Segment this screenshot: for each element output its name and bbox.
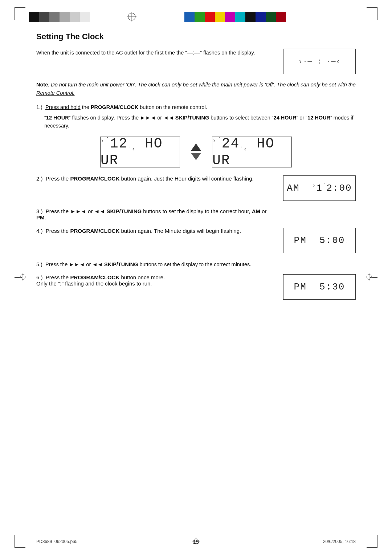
main-content: Setting The Clock When the unit is conne…: [36, 32, 356, 523]
step-6-bold: PROGRAM/CLOCK: [70, 274, 119, 280]
step-2-display: AM ›1˙2:00: [283, 175, 356, 201]
step-4: 4.) Press the PROGRAM/CLOCK button again…: [36, 228, 356, 253]
corner-mark-bl: [15, 535, 25, 548]
note-underline: The clock can only be set with the Remot…: [36, 82, 356, 96]
color-light-gray: [60, 12, 70, 22]
intro-paragraph: When the unit is connected to the AC out…: [36, 50, 255, 56]
arrow-down: [191, 153, 201, 160]
arrow-up: [191, 143, 201, 151]
color-black: [29, 12, 39, 22]
note-text: Note: Do not turn the main unit power 'O…: [36, 81, 356, 97]
step-5-bold: SKIP/TUNING: [104, 262, 138, 267]
color-dark-gray: [39, 12, 49, 22]
intro-text: When the unit is connected to the AC out…: [36, 49, 272, 57]
color-green: [195, 12, 205, 22]
step-6: 6.) Press the PROGRAM/CLOCK button once …: [36, 274, 356, 300]
step-3: 3.) Press the ►►◄ or ◄◄ SKIP/TUNING butt…: [36, 208, 356, 220]
step-4-text: 4.) Press the PROGRAM/CLOCK button again…: [36, 228, 272, 234]
step-6-text: 6.) Press the PROGRAM/CLOCK button once …: [36, 274, 272, 287]
color-dark-red: [276, 12, 286, 22]
step-1-bold: PROGRAM/CLOCK: [91, 104, 138, 110]
step-6-num: 6.): [36, 274, 44, 280]
step-1-12h: 12 HOUR: [307, 115, 330, 121]
step-2-bold: PROGRAM/CLOCK: [70, 175, 119, 182]
step-2-display-col: AM ›1˙2:00: [283, 175, 356, 201]
step-2-text: 2.) Press the PROGRAM/CLOCK button again…: [36, 175, 272, 182]
page-number: 15: [193, 539, 199, 545]
step-3-bold: SKIP/TUNING: [106, 208, 142, 214]
step-1-12hour: 12 HOUR: [46, 115, 69, 121]
footer-filename: PD3689_062005.p65: [36, 539, 77, 544]
step-1-sub: “12 HOUR” flashes on display. Press the …: [44, 114, 356, 130]
hour-diagrams: ›˙12˙‹ HO UR ›˙24˙‹ HO UR: [36, 137, 356, 167]
color-dark-green: [266, 12, 276, 22]
color-red: [205, 12, 215, 22]
arrows-between: [191, 143, 201, 160]
step-5-num: 5.): [36, 262, 44, 267]
step-2: 2.) Press the PROGRAM/CLOCK button again…: [36, 175, 356, 201]
initial-display-text: ›·— : ·—‹: [298, 57, 340, 66]
page-footer: PD3689_062005.p65 15 20/6/2005, 16:18: [36, 539, 356, 544]
step-4-display: PM 5:00˙: [283, 228, 356, 253]
step-6-display-col: PM 5:30˙: [283, 274, 356, 300]
color-mid-gray: [49, 12, 60, 22]
hour-24-text: ›˙24˙‹ HO UR: [212, 136, 291, 168]
footer-date: 20/6/2005, 16:18: [323, 539, 356, 544]
step-2-display-text: AM ›1˙2:00: [287, 183, 352, 194]
color-blue: [184, 12, 195, 22]
step-4-num: 4.): [36, 228, 44, 234]
crosshair-left: [19, 273, 27, 282]
crosshair-top: [126, 11, 137, 23]
initial-display: ›·— : ·—‹: [283, 49, 356, 74]
hour-box-24: ›˙24˙‹ HO UR: [212, 137, 292, 167]
crosshair-right: [365, 273, 373, 282]
page-title: Setting The Clock: [36, 32, 356, 41]
step-3-num: 3.): [36, 208, 44, 214]
step-1-header: 1.) Press and hold the PROGRAM/CLOCK but…: [36, 103, 356, 111]
step-6-display-text: PM 5:30˙: [294, 281, 345, 292]
color-magenta: [225, 12, 235, 22]
step-4-bold: PROGRAM/CLOCK: [70, 228, 119, 234]
step-1: 1.) Press and hold the PROGRAM/CLOCK but…: [36, 103, 356, 130]
color-lighter-gray: [70, 12, 80, 22]
step-3-am: AM: [252, 208, 260, 214]
step-6-display: PM 5:30˙: [283, 274, 356, 300]
step-3-pm: PM: [36, 214, 45, 220]
step-1-24h: 24 HOUR: [274, 115, 297, 121]
color-strip-left: [29, 12, 90, 22]
color-cyan: [235, 12, 245, 22]
color-yellow: [215, 12, 225, 22]
color-dark-blue: [256, 12, 266, 22]
step-4-display-col: PM 5:00˙: [283, 228, 356, 253]
color-white-gray: [80, 12, 90, 22]
step-1-underline: Press and hold: [45, 104, 81, 110]
top-bar: [0, 10, 392, 24]
step-4-display-text: PM 5:00˙: [294, 235, 345, 246]
color-strip-right: [184, 12, 286, 22]
step-1-skiptuning: SKIP/TUNING: [175, 115, 209, 121]
color-black2: [245, 12, 256, 22]
intro-section: When the unit is connected to the AC out…: [36, 49, 356, 74]
step-6-sub: Only the “:” flashing and the clock begi…: [36, 280, 152, 287]
step-6-colon: :: [60, 280, 62, 287]
step-3-text: 3.) Press the ►►◄ or ◄◄ SKIP/TUNING butt…: [36, 208, 272, 220]
step-5: 5.) Press the ►►◄ or ◄◄ SKIP/TUNING butt…: [36, 260, 356, 268]
note-label: Note: [36, 82, 48, 88]
hour-box-12: ›˙12˙‹ HO UR: [100, 137, 180, 167]
hour-12-text: ›˙12˙‹ HO UR: [101, 136, 180, 168]
corner-mark-br: [367, 535, 377, 548]
step-2-num: 2.): [36, 175, 44, 182]
